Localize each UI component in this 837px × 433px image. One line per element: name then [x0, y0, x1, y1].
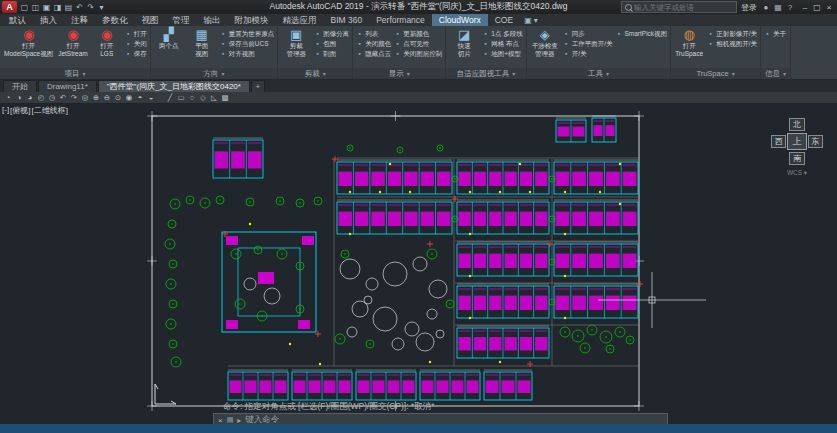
save-as-icon[interactable]: ◨	[52, 3, 63, 12]
ribbon-small-button[interactable]: ▪保存	[125, 49, 147, 58]
cw-view-front-icon[interactable]: ◑	[14, 93, 24, 103]
ribbon-tab[interactable]: 插入	[33, 14, 64, 26]
ribbon-large-button[interactable]: ◍打开TruSpace	[674, 27, 704, 57]
redo-icon[interactable]: ↷	[85, 3, 96, 12]
save-icon[interactable]: ▣	[41, 3, 52, 12]
apps-icon[interactable]: ▦	[773, 3, 783, 12]
cw-add-cloud-icon[interactable]: ⊕	[91, 93, 101, 103]
file-tab[interactable]: 开始	[3, 80, 37, 92]
ribbon-tab[interactable]: 注释	[64, 14, 95, 26]
cw-down-icon[interactable]: ◒	[146, 93, 156, 103]
sign-in-button[interactable]: 登录	[741, 2, 757, 13]
ribbon-large-button[interactable]: ◉打开ModelSpace视图	[3, 27, 54, 57]
draw-line-icon[interactable]: ╱	[165, 93, 175, 103]
ribbon-tab[interactable]: COE	[488, 14, 520, 26]
ribbon-small-button[interactable]: ▪隐藏点云	[356, 49, 391, 58]
user-icon[interactable]: ●	[761, 3, 771, 12]
panel-dropdown-icon[interactable]: ▾	[606, 70, 609, 77]
draw-rect-icon[interactable]: ▭	[176, 93, 186, 103]
ribbon-small-button[interactable]: ▪对齐视图	[220, 49, 275, 58]
viewcube-east[interactable]: 东	[808, 135, 823, 148]
ribbon-tab[interactable]: CloudWorx	[432, 14, 488, 26]
ribbon-small-button[interactable]: ▪关闭	[125, 39, 147, 48]
file-tab[interactable]: "西件堂"(同庆_文_日地彩图线交0420*	[98, 80, 250, 92]
ribbon-large-button[interactable]: ◈干涉检查管理器	[530, 27, 560, 57]
cw-center-icon[interactable]: ⊙	[113, 93, 123, 103]
qat-dropdown-icon[interactable]: ▾	[96, 3, 107, 12]
app-logo[interactable]: A	[2, 1, 17, 13]
maximize-button[interactable]: ▢	[811, 3, 823, 12]
ribbon-small-button[interactable]: ▪关于	[764, 29, 786, 38]
measure-icon[interactable]: ◺	[209, 93, 219, 103]
ribbon-options-dropdown-icon[interactable]: ▾	[534, 16, 538, 25]
panel-dropdown-icon[interactable]: ▾	[82, 70, 85, 77]
ribbon-tab[interactable]: BIM 360	[324, 14, 370, 26]
cw-point-icon[interactable]: ◉	[124, 93, 134, 103]
ribbon-large-button[interactable]: ◪快速切片	[449, 27, 479, 57]
ribbon-small-button[interactable]: ▪关闭颜色	[356, 39, 391, 48]
ribbon-small-button[interactable]: ▪正射影像开/关	[707, 29, 757, 38]
panel-dropdown-icon[interactable]: ▾	[783, 70, 786, 77]
ribbon-small-button[interactable]: ▪重置为世界原点	[220, 29, 275, 38]
command-input[interactable]: 键入命令	[245, 414, 279, 424]
ribbon-tab[interactable]: 精选应用	[276, 14, 324, 26]
cw-up-icon[interactable]: ◓	[135, 93, 145, 103]
search-box[interactable]	[621, 1, 737, 13]
ribbon-large-button[interactable]: ▦平面视图	[187, 27, 217, 57]
ribbon-small-button[interactable]: ▪点可见性	[394, 39, 442, 48]
cw-rotate-left-icon[interactable]: ↶	[58, 93, 68, 103]
ribbon-small-button[interactable]: ▪保存当前UCS	[220, 39, 275, 48]
cw-remove-cloud-icon[interactable]: ⊖	[102, 93, 112, 103]
ribbon-small-button[interactable]: ▪工作平面开/关	[563, 39, 613, 48]
command-close-button[interactable]: ×	[218, 416, 223, 425]
draw-poly-icon[interactable]: ◇	[198, 93, 208, 103]
ribbon-small-button[interactable]: ▪SmartPick视图	[616, 29, 668, 38]
new-file-icon[interactable]: ▢	[19, 3, 30, 12]
panel-dropdown-icon[interactable]: ▾	[512, 70, 515, 77]
cw-view-left-icon[interactable]: ◴	[36, 93, 46, 103]
ribbon-small-button[interactable]: ▪列表	[356, 29, 391, 38]
ribbon-large-button[interactable]: ▣剪裁管理器	[281, 27, 311, 57]
ribbon-tab[interactable]: 附加模块	[228, 14, 276, 26]
ribbon-small-button[interactable]: ▪地图+模型	[482, 49, 522, 58]
viewport-control[interactable]: [俯视]	[10, 105, 30, 116]
open-file-icon[interactable]: ◫	[30, 3, 41, 12]
ribbon-small-button[interactable]: ▪图像分离	[314, 29, 349, 38]
ribbon-tab[interactable]: 管理	[166, 14, 197, 26]
ribbon-large-button[interactable]: ◉打开JetStream	[57, 27, 89, 57]
command-customize-icon[interactable]: ▤	[227, 416, 234, 424]
viewcube[interactable]: 北 西 上 东 南 WCS ▾	[771, 116, 823, 177]
ribbon-tab[interactable]: 参数化	[95, 14, 135, 26]
panel-dropdown-icon[interactable]: ▾	[732, 70, 735, 77]
new-tab-button[interactable]: +	[251, 80, 265, 92]
ribbon-small-button[interactable]: ▪1点 多段线	[482, 29, 522, 38]
ribbon-small-button[interactable]: ▪更新颜色	[394, 29, 442, 38]
viewport-control[interactable]: [-]	[2, 105, 9, 116]
cw-rotate-right-icon[interactable]: ↷	[69, 93, 79, 103]
viewport-control[interactable]: [二维线框]	[32, 105, 68, 116]
ribbon-small-button[interactable]: ▪同步	[563, 29, 613, 38]
cw-view-right-icon[interactable]: ◷	[47, 93, 57, 103]
file-tab[interactable]: Drawing11*	[38, 80, 97, 92]
viewcube-wcs-menu[interactable]: WCS ▾	[771, 169, 823, 177]
ribbon-large-button[interactable]: ▞两个点	[154, 27, 184, 50]
ribbon-small-button[interactable]: ▪打开	[125, 29, 147, 38]
ribbon-small-button[interactable]: ▪剖面	[314, 49, 349, 58]
draw-circle-icon[interactable]: ○	[187, 93, 197, 103]
cw-target-icon[interactable]: ◎	[80, 93, 90, 103]
viewcube-top[interactable]: 上	[787, 133, 806, 150]
viewcube-north[interactable]: 北	[789, 118, 805, 131]
ribbon-small-button[interactable]: ▪包围	[314, 39, 349, 48]
plot-icon[interactable]: ▤	[63, 3, 74, 12]
ribbon-tab[interactable]: 视图	[135, 14, 166, 26]
help-icon[interactable]: ?	[785, 3, 795, 12]
viewcube-west[interactable]: 西	[771, 135, 786, 148]
close-button[interactable]: ×	[823, 3, 835, 12]
minimize-button[interactable]: –	[799, 3, 811, 12]
cw-view-back-icon[interactable]: ◕	[25, 93, 35, 103]
ribbon-tab[interactable]: 输出	[197, 14, 228, 26]
cw-view-top-icon[interactable]: ◔	[3, 93, 13, 103]
panel-dropdown-icon[interactable]: ▾	[407, 70, 410, 77]
ribbon-small-button[interactable]: ▪开/关	[563, 49, 613, 58]
panel-dropdown-icon[interactable]: ▾	[323, 70, 326, 77]
